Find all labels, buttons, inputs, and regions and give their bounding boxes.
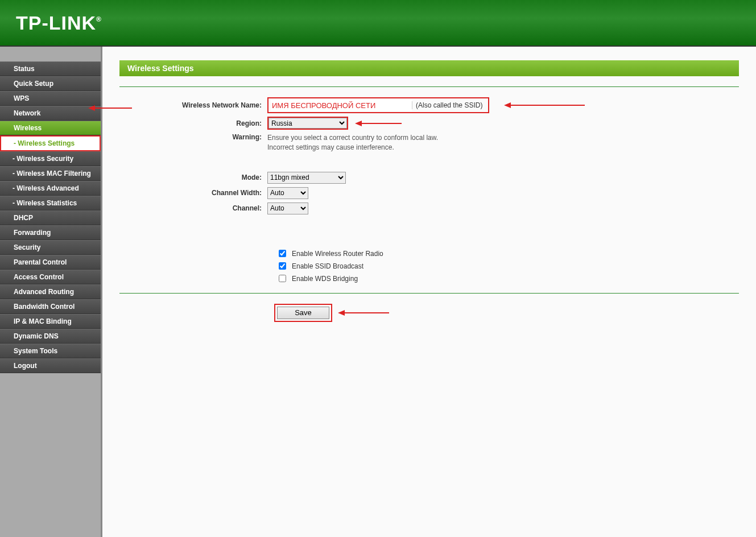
enable-radio-checkbox[interactable]: [279, 250, 286, 257]
annotation-arrow-region: [355, 121, 402, 126]
save-button[interactable]: Save: [277, 307, 329, 319]
nav-item-logout[interactable]: Logout: [0, 358, 101, 373]
nav-item-wireless-advanced[interactable]: - Wireless Advanced: [0, 181, 101, 196]
region-highlight-box: Russia: [267, 117, 348, 130]
channel-width-label: Channel Width:: [119, 189, 267, 197]
enable-wds-checkbox[interactable]: [279, 275, 286, 282]
warning-label: Warning:: [119, 133, 267, 141]
nav-item-wireless-security[interactable]: - Wireless Security: [0, 151, 101, 166]
nav-item-wireless[interactable]: Wireless: [0, 121, 101, 135]
nav-item-access-control[interactable]: Access Control: [0, 270, 101, 284]
ssid-highlight-box: (Also called the SSID): [267, 97, 489, 113]
sidebar: StatusQuick SetupWPSNetworkWireless- Wir…: [0, 47, 102, 537]
nav-item-ip-mac-binding[interactable]: IP & MAC Binding: [0, 314, 101, 329]
annotation-arrow-ssid: [504, 102, 585, 108]
nav-item-quick-setup[interactable]: Quick Setup: [0, 76, 101, 91]
header: TP-LINK®: [0, 0, 756, 47]
save-highlight-box: Save: [274, 304, 332, 322]
region-select[interactable]: Russia: [268, 118, 347, 129]
nav-item-wireless-mac-filtering[interactable]: - Wireless MAC Filtering: [0, 166, 101, 181]
nav-item-advanced-routing[interactable]: Advanced Routing: [0, 284, 101, 299]
ssid-label: Wireless Network Name:: [119, 101, 267, 109]
nav-item-wireless-statistics[interactable]: - Wireless Statistics: [0, 196, 101, 210]
channel-width-select[interactable]: Auto: [267, 187, 308, 199]
enable-radio-label: Enable Wireless Router Radio: [292, 250, 383, 258]
enable-wds-label: Enable WDS Bridging: [292, 275, 358, 283]
annotation-arrow-sidebar: [88, 105, 132, 111]
warning-text-2: Incorrect settings may cause interferenc…: [267, 143, 438, 152]
mode-select[interactable]: 11bgn mixed: [267, 172, 346, 184]
nav-item-wireless-settings[interactable]: - Wireless Settings: [0, 135, 101, 151]
nav-item-dhcp[interactable]: DHCP: [0, 210, 101, 225]
nav-item-status[interactable]: Status: [0, 61, 101, 76]
channel-select[interactable]: Auto: [267, 203, 308, 214]
nav-item-wps[interactable]: WPS: [0, 91, 101, 106]
enable-ssid-broadcast-checkbox[interactable]: [279, 262, 286, 270]
nav-item-parental-control[interactable]: Parental Control: [0, 255, 101, 270]
nav-item-network[interactable]: Network: [0, 106, 101, 121]
channel-label: Channel:: [119, 204, 267, 212]
region-label: Region:: [119, 119, 267, 127]
annotation-arrow-save: [338, 310, 389, 316]
ssid-hint: (Also called the SSID): [412, 101, 486, 109]
content-area: Wireless Settings Wireless Network Name:…: [102, 47, 756, 537]
nav-item-security[interactable]: Security: [0, 240, 101, 255]
nav-item-system-tools[interactable]: System Tools: [0, 344, 101, 358]
ssid-input[interactable]: [271, 100, 412, 111]
nav-item-dynamic-dns[interactable]: Dynamic DNS: [0, 329, 101, 344]
nav-item-forwarding[interactable]: Forwarding: [0, 225, 101, 240]
warning-text-1: Ensure you select a correct country to c…: [267, 133, 438, 143]
enable-ssid-broadcast-label: Enable SSID Broadcast: [292, 262, 363, 270]
page-title: Wireless Settings: [119, 60, 739, 76]
mode-label: Mode:: [119, 174, 267, 181]
nav-item-bandwidth-control[interactable]: Bandwidth Control: [0, 299, 101, 314]
brand-logo: TP-LINK®: [16, 12, 102, 34]
